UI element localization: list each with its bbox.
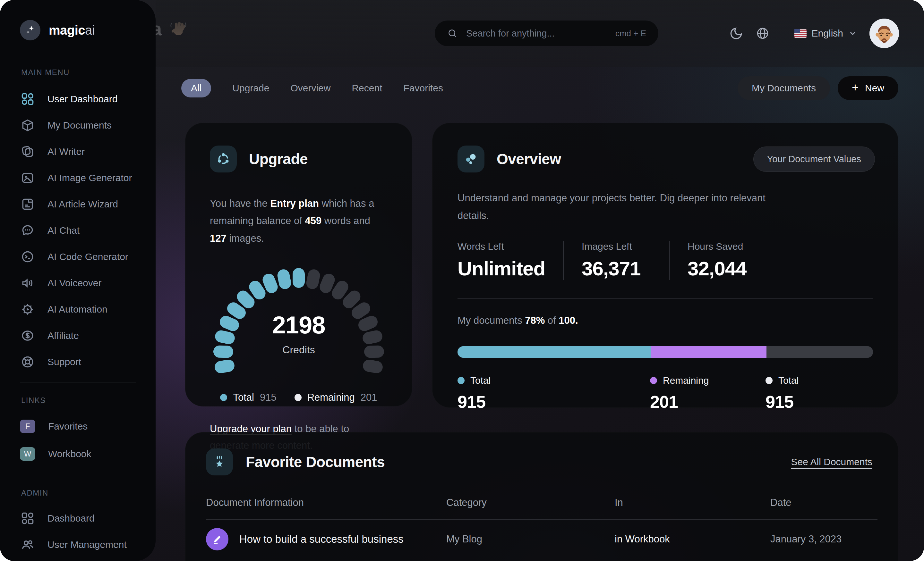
tab-all[interactable]: All — [181, 79, 211, 97]
documents-progress-text: My documents 78% of 100. — [458, 315, 873, 326]
search-input[interactable] — [465, 28, 615, 39]
overview-card-header: Overview Your Document Values — [432, 123, 898, 172]
sidebar-item-ai-automation[interactable]: AI Automation — [0, 296, 156, 323]
upgrade-card: Upgrade You have the Entry plan which ha… — [185, 123, 412, 407]
sidebar-item-ai-chat[interactable]: AI Chat — [0, 217, 156, 244]
overview-legend: Total 915 Remaining 201 Total 915 — [458, 375, 873, 420]
upgrade-legend: Total 915 Remaining 201 — [186, 392, 412, 403]
document-cell: How to build a successful business — [206, 528, 446, 551]
upgrade-card-header: Upgrade — [186, 123, 412, 172]
sidebar-item-label: AI Automation — [48, 304, 108, 315]
favorites-badge: F — [20, 420, 35, 433]
document-category: My Blog — [446, 533, 615, 545]
favorite-documents-card: Favorite Documents See All Documents Doc… — [185, 432, 898, 561]
sidebar-item-support[interactable]: Support — [0, 349, 156, 375]
sidebar-item-my-documents[interactable]: My Documents — [0, 112, 156, 139]
see-all-documents-link[interactable]: See All Documents — [791, 456, 872, 467]
sidebar-item-label: Workbook — [48, 449, 92, 459]
header-items: cmd + E — [156, 0, 924, 67]
brand-bold: magic — [49, 23, 85, 37]
legend-dot — [220, 394, 227, 401]
plus-icon: + — [852, 82, 858, 93]
users-icon — [21, 538, 34, 552]
sidebar-item-ai-voiceover[interactable]: AI Voiceover — [0, 270, 156, 296]
sidebar-item-label: AI Code Generator — [48, 251, 128, 262]
table-header-row: Document Information Category In Date — [206, 484, 878, 520]
progress-segment — [458, 346, 651, 358]
sidebar-item-admin-dashboard[interactable]: Dashboard — [0, 505, 156, 531]
credits-value: 2198 — [186, 311, 412, 339]
sidebar-item-ai-article-wizard[interactable]: AI Article Wizard — [0, 191, 156, 217]
sidebar-divider — [20, 475, 136, 475]
sidebar-item-favorites[interactable]: F Favorites — [0, 413, 156, 440]
legend-total-2: Total 915 — [765, 375, 798, 411]
document-values-button[interactable]: Your Document Values — [753, 147, 875, 172]
sparkles-icon — [20, 20, 40, 40]
user-avatar[interactable] — [870, 19, 899, 48]
header-divider — [782, 26, 782, 41]
sidebar-item-label: Affiliate — [48, 330, 79, 341]
legend-total: Total 915 — [458, 375, 490, 411]
favorites-table: Document Information Category In Date Ho… — [206, 484, 878, 561]
brand-light: ai — [85, 23, 94, 37]
gauge-segment — [292, 268, 305, 288]
chat-bubble-icon — [21, 223, 34, 238]
table-row-clipped[interactable] — [206, 559, 878, 561]
global-search[interactable]: cmd + E — [435, 21, 658, 46]
progress-segment — [766, 346, 873, 358]
admin-menu: Dashboard User Management — [0, 505, 156, 561]
progress-segment — [651, 346, 766, 358]
new-button[interactable]: + New — [838, 76, 898, 100]
table-row[interactable]: How to build a successful business My Bl… — [206, 520, 878, 559]
us-flag-icon — [794, 29, 807, 38]
overview-card-title: Overview — [496, 150, 561, 168]
search-icon — [447, 28, 458, 39]
sidebar-item-workbook[interactable]: W Workbook — [0, 440, 156, 468]
pages-icon — [21, 145, 34, 159]
tab-overview[interactable]: Overview — [290, 79, 330, 97]
tab-favorites[interactable]: Favorites — [404, 79, 443, 97]
sidebar-item-user-dashboard[interactable]: User Dashboard — [0, 86, 156, 112]
document-date: January 3, 2023 — [770, 533, 878, 545]
col-date: Date — [770, 497, 878, 509]
tab-recent[interactable]: Recent — [352, 79, 382, 97]
sidebar-item-label: Support — [48, 356, 81, 367]
sidebar-item-ai-code-generator[interactable]: AI Code Generator — [0, 244, 156, 270]
language-selector[interactable]: English — [794, 28, 857, 39]
sidebar-item-ai-image-generator[interactable]: AI Image Generator — [0, 165, 156, 191]
tab-upgrade[interactable]: Upgrade — [232, 79, 269, 97]
gauge-segment — [276, 268, 292, 290]
overview-stats: Words Left Unlimited Images Left 36,371 … — [458, 241, 788, 280]
document-location: in Workbook — [615, 533, 770, 545]
section-label-main-menu: MAIN MENU — [21, 68, 156, 77]
gear-play-icon — [21, 302, 34, 316]
sidebar-item-label: AI Chat — [48, 225, 80, 236]
col-in: In — [615, 497, 770, 509]
lifebuoy-icon — [21, 355, 34, 369]
sidebar-divider — [20, 382, 136, 383]
legend-dot — [458, 377, 465, 384]
brand-name: magicai — [49, 23, 94, 37]
stat-words-left: Words Left Unlimited — [458, 241, 563, 280]
search-shortcut: cmd + E — [615, 28, 646, 39]
brand-logo[interactable]: magicai — [20, 20, 156, 40]
gauge-segment — [305, 268, 321, 290]
favorites-card-title: Favorite Documents — [246, 453, 385, 471]
section-label-links: LINKS — [21, 396, 156, 405]
sidebar-item-ai-writer[interactable]: AI Writer — [0, 139, 156, 165]
sidebar-item-affiliate[interactable]: Affiliate — [0, 323, 156, 349]
gauge-segment — [362, 358, 384, 374]
my-documents-button[interactable]: My Documents — [738, 76, 830, 100]
upgrade-card-title: Upgrade — [249, 150, 308, 168]
dark-mode-moon-icon[interactable] — [729, 26, 743, 40]
section-label-admin: ADMIN — [21, 489, 156, 498]
legend-total: Total 915 — [220, 392, 276, 403]
app-window: magicai MAIN MENU User Dashboard My Docu… — [0, 0, 924, 561]
legend-remaining: Remaining 201 — [294, 392, 377, 403]
globe-icon[interactable] — [756, 26, 770, 40]
sidebar-item-label: AI Writer — [48, 146, 85, 157]
pen-icon — [206, 528, 228, 551]
dollar-icon — [21, 329, 34, 343]
sidebar-item-user-management[interactable]: User Management — [0, 531, 156, 558]
sidebar-item-label: User Dashboard — [48, 94, 117, 105]
